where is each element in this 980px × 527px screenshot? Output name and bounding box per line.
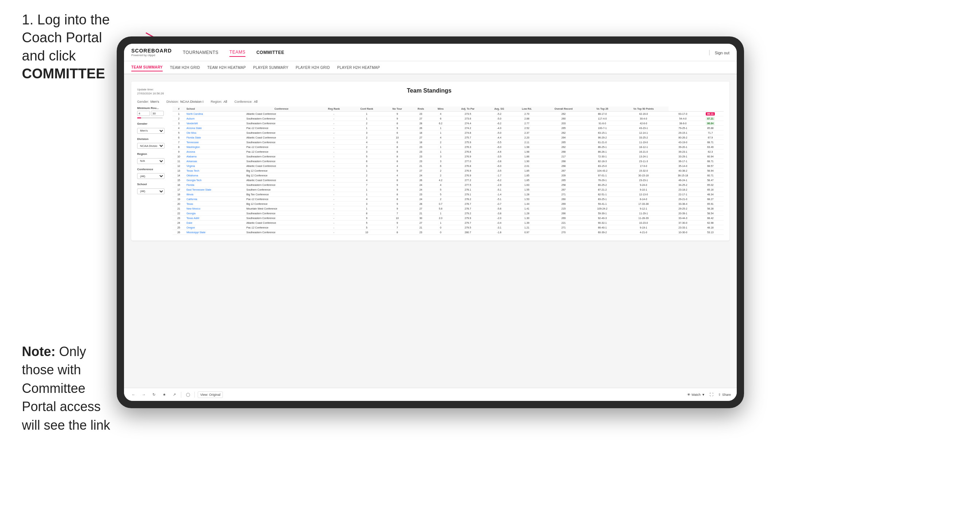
max-input[interactable] — [151, 111, 164, 116]
cell-rnds: 18 — [410, 130, 431, 135]
nav-committee[interactable]: COMMITTEE — [256, 48, 285, 57]
table-row: 25 Oregon Pac-12 Conference - 5 7 21 0 2… — [172, 225, 724, 230]
cell-overall: 80-25-2 — [587, 183, 619, 187]
school-label: School — [137, 183, 168, 186]
cell-wins: 5 — [431, 187, 450, 192]
nav-teams[interactable]: TEAMS — [229, 48, 245, 57]
cell-conference: Pac-12 Conference — [245, 149, 318, 154]
cell-adj-par: 278.2 — [450, 197, 485, 202]
view-original-label: View: Original — [200, 393, 220, 397]
cell-vs25: 22-17-1 — [668, 192, 697, 197]
cell-adj-par: 276.8 — [450, 163, 485, 168]
update-time-value: 27/03/2024 16:56:26 — [137, 92, 164, 95]
cell-par: -3.8 — [485, 159, 513, 163]
cell-rank: 1 — [172, 111, 185, 116]
cell-pts: 48.18 — [697, 225, 724, 230]
cell-avg-sg: 2.88 — [513, 116, 541, 121]
cell-no-tour: 8 — [384, 230, 410, 235]
cell-rnds: 24 — [410, 187, 431, 192]
table-row: 7 Tennessee Southeastern Conference - 4 … — [172, 140, 724, 145]
conference-select[interactable]: (All) — [137, 173, 164, 179]
cell-vs25: 20-39-1 — [668, 211, 697, 216]
cell-school: Arkansas — [185, 159, 245, 163]
cell-low: 262 — [541, 145, 587, 149]
cell-rank: 7 — [172, 140, 185, 145]
watch-button[interactable]: 👁 Watch ▼ — [687, 393, 705, 397]
toolbar-clock-btn[interactable]: ◯ — [184, 391, 191, 398]
col-school: School — [185, 106, 245, 111]
cell-low: 217 — [541, 154, 587, 159]
toolbar-sep-2 — [194, 392, 195, 398]
cell-vs25: 54-4-0 — [668, 116, 697, 121]
cell-avg-sg: 1.55 — [513, 187, 541, 192]
min-input[interactable] — [137, 111, 150, 116]
cell-vs25: 37-30-0 — [668, 221, 697, 225]
cell-rank: 16 — [172, 183, 185, 187]
cell-reg-rank: - — [318, 221, 350, 225]
cell-record: 42-16-0 — [618, 111, 668, 116]
cell-pts: 71.7 — [697, 130, 724, 135]
table-row: 5 Ole Miss Southeastern Conference - 3 6… — [172, 130, 724, 135]
cell-wins: 1 — [431, 145, 450, 149]
update-time-area: Update time: 27/03/2024 16:56:26 — [137, 87, 164, 95]
table-header-row: # School Conference Reg Rank Conf Rank N… — [172, 106, 724, 111]
cell-conference: Southeastern Conference — [245, 140, 318, 145]
cell-par: -1.8 — [485, 230, 513, 235]
cell-reg-rank: - — [318, 173, 350, 178]
tablet-frame: SCOREBOARD Powered by clippd TOURNAMENTS… — [117, 37, 744, 408]
cell-pts: 58.28 — [697, 206, 724, 211]
cell-record: 17-33-38 — [618, 202, 668, 206]
sub-nav-team-summary[interactable]: TEAM SUMMARY — [131, 64, 163, 71]
cell-adj-par: 273.5 — [450, 111, 485, 116]
cell-rank: 18 — [172, 192, 185, 197]
toolbar-bookmark-btn[interactable]: ★ — [161, 391, 168, 398]
sub-nav-player-h2h-heatmap[interactable]: PLAYER H2H HEATMAP — [337, 64, 380, 71]
cell-school: Arizona State — [185, 126, 245, 130]
cell-pts: 68.57 — [697, 163, 724, 168]
table-row: 22 Georgia Southeastern Conference - 8 7… — [172, 211, 724, 216]
cell-overall: 63-15-1 — [587, 130, 619, 135]
cell-par: -6.0 — [485, 145, 513, 149]
cell-no-tour: 8 — [384, 121, 410, 126]
watch-dropdown-icon: ▼ — [702, 393, 705, 397]
sub-nav-team-h2h-grid[interactable]: TEAM H2H GRID — [170, 64, 200, 71]
toolbar-share-small-btn[interactable]: ↗ — [171, 391, 178, 398]
nav-tournaments[interactable]: TOURNAMENTS — [183, 48, 218, 57]
school-select[interactable]: (All) — [137, 189, 164, 194]
cell-reg-rank: - — [318, 140, 350, 145]
division-select[interactable]: NCAA Division I — [137, 143, 164, 149]
watch-label: Watch — [692, 393, 701, 397]
cell-adj-par: 276.3 — [450, 145, 485, 149]
cell-conference: Southeastern Conference — [245, 183, 318, 187]
toolbar-forward-btn[interactable]: → — [140, 391, 147, 398]
share-button[interactable]: ⇧ Share — [718, 393, 731, 397]
sub-nav-player-h2h-grid[interactable]: PLAYER H2H GRID — [296, 64, 330, 71]
sign-out-button[interactable]: Sign out — [715, 51, 729, 55]
cell-pts: 86.64 — [697, 121, 724, 126]
cell-vs25: 23-18-2 — [668, 187, 697, 192]
rounds-slider[interactable] — [137, 117, 163, 119]
cell-school: East Tennessee State — [185, 187, 245, 192]
toolbar-expand-btn[interactable]: ⛶ — [708, 391, 715, 398]
toolbar-back-btn[interactable]: ← — [130, 391, 137, 398]
sub-nav-team-h2h-heatmap[interactable]: TEAM H2H HEATMAP — [207, 64, 246, 71]
cell-pts: 85.88 — [697, 126, 724, 130]
cell-conf-rank: 1 — [350, 116, 384, 121]
cell-record: 9-24-0 — [618, 183, 668, 187]
view-original-button[interactable]: View: Original — [198, 391, 223, 398]
cell-adj-par: 279.7 — [450, 221, 485, 225]
cell-rnds: 26 — [410, 178, 431, 183]
gender-select[interactable]: Men's Women's — [137, 128, 164, 134]
cell-avg-sg: 2.01 — [513, 163, 541, 168]
cell-conference: Southeastern Conference — [245, 116, 318, 121]
cell-no-tour: 8 — [384, 145, 410, 149]
min-rounds-label: Minimum Rou... — [137, 106, 168, 110]
toolbar-refresh-btn[interactable]: ↻ — [150, 391, 158, 398]
table-row: 24 Duke Atlantic Coast Conference - 5 9 … — [172, 221, 724, 225]
cell-overall: 109-24-2 — [587, 206, 619, 211]
col-adj-par: Adj. To Par — [450, 106, 485, 111]
cell-no-tour: 7 — [384, 225, 410, 230]
region-select[interactable]: N/A All — [137, 158, 164, 164]
cell-rank: 23 — [172, 216, 185, 221]
sub-nav-player-summary[interactable]: PLAYER SUMMARY — [253, 64, 288, 71]
